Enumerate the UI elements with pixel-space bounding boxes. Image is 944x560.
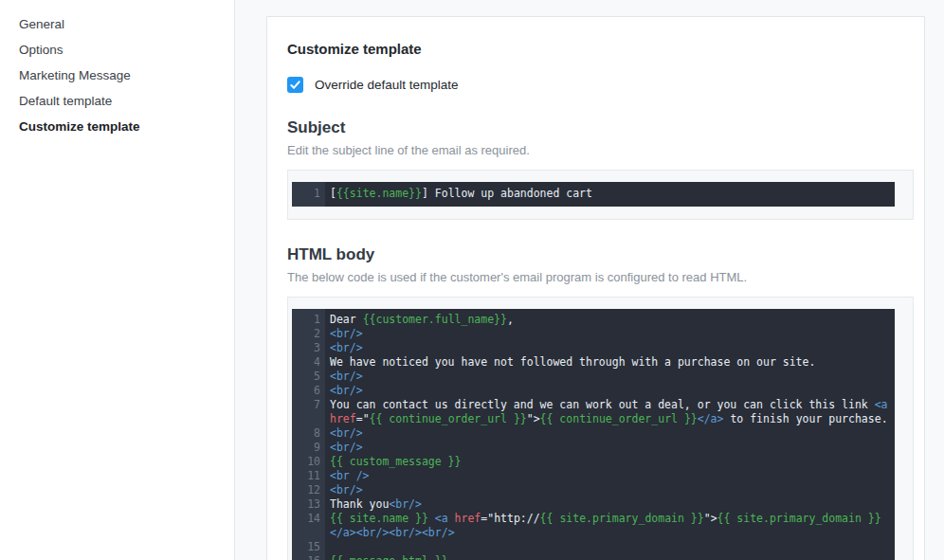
code-text: <br/> <box>325 327 895 341</box>
code-line[interactable]: 15 <box>292 540 895 554</box>
code-line[interactable]: 10{{ custom_message }} <box>292 455 895 469</box>
override-checkbox-label[interactable]: Override default template <box>315 78 459 92</box>
html-body-code-editor[interactable]: 1Dear {{customer.full_name}},2<br/>3<br/… <box>292 309 895 560</box>
code-text: You can contact us directly and we can w… <box>325 398 895 426</box>
subject-code-editor[interactable]: 1[{{site.name}}] Follow up abandoned car… <box>292 182 895 207</box>
line-number: 7 <box>292 398 325 426</box>
line-number: 8 <box>292 426 325 441</box>
code-line[interactable]: 11<br /> <box>292 469 895 483</box>
line-number: 9 <box>292 441 325 455</box>
sidebar-item-general[interactable]: General <box>19 11 234 37</box>
code-line[interactable]: 6<br/> <box>292 384 895 398</box>
sidebar-item-options[interactable]: Options <box>19 37 234 63</box>
page-title: Customize template <box>287 41 912 57</box>
subject-heading: Subject <box>287 118 912 137</box>
code-line[interactable]: 4We have noticed you have not followed t… <box>292 355 895 370</box>
sidebar-nav-list: GeneralOptionsMarketing MessageDefault t… <box>19 11 234 139</box>
line-number: 12 <box>292 483 325 497</box>
subject-editor-widget: 1[{{site.name}}] Follow up abandoned car… <box>287 170 914 220</box>
code-text: Thank you<br/> <box>325 497 895 512</box>
line-number: 1 <box>292 187 325 201</box>
code-text: {{ custom_message }} <box>325 455 895 469</box>
html-body-editor-widget: 1Dear {{customer.full_name}},2<br/>3<br/… <box>287 297 914 560</box>
code-text: We have noticed you have not followed th… <box>325 355 895 370</box>
subject-description: Edit the subject line of the email as re… <box>287 143 912 157</box>
line-number: 14 <box>292 512 325 540</box>
code-text: Dear {{customer.full_name}}, <box>325 313 895 327</box>
code-text: <br/> <box>325 370 895 384</box>
code-line[interactable]: 13Thank you<br/> <box>292 497 895 512</box>
line-number: 16 <box>292 554 325 560</box>
code-text <box>325 540 895 554</box>
line-number: 5 <box>292 370 325 384</box>
code-line[interactable]: 2<br/> <box>292 327 895 341</box>
line-number: 11 <box>292 469 325 483</box>
code-line[interactable]: 1Dear {{customer.full_name}}, <box>292 313 895 327</box>
line-number: 6 <box>292 384 325 398</box>
code-line[interactable]: 7You can contact us directly and we can … <box>292 398 895 426</box>
sidebar-item-customize-template[interactable]: Customize template <box>19 114 234 139</box>
line-number: 3 <box>292 341 325 355</box>
sidebar-item-marketing-message[interactable]: Marketing Message <box>19 63 234 88</box>
code-line[interactable]: 12<br/> <box>292 483 895 497</box>
override-default-template-row: Override default template <box>287 77 912 93</box>
line-number: 15 <box>292 540 325 554</box>
html-body-description: The below code is used if the customer's… <box>287 270 912 284</box>
code-text: [{{site.name}}] Follow up abandoned cart <box>325 187 895 201</box>
code-text: {{ site.name }} <a href="http://{{ site.… <box>325 512 895 540</box>
code-line[interactable]: 14{{ site.name }} <a href="http://{{ sit… <box>292 512 895 540</box>
code-text: <br/> <box>325 341 895 355</box>
html-body-heading: HTML body <box>287 245 912 264</box>
line-number: 1 <box>292 313 325 327</box>
override-checkbox[interactable] <box>287 77 303 93</box>
code-line[interactable]: 3<br/> <box>292 341 895 355</box>
line-number: 2 <box>292 327 325 341</box>
code-text: <br/> <box>325 441 895 455</box>
code-line[interactable]: 9<br/> <box>292 441 895 455</box>
customize-template-card: Customize template Override default temp… <box>266 16 925 560</box>
code-text: <br/> <box>325 384 895 398</box>
code-line[interactable]: 1[{{site.name}}] Follow up abandoned car… <box>292 187 895 201</box>
main-content: Customize template Override default temp… <box>235 0 944 560</box>
checkmark-icon <box>290 80 300 90</box>
line-number: 10 <box>292 455 325 469</box>
code-line[interactable]: 16{{ message_html }} <box>292 554 895 560</box>
sidebar-item-default-template[interactable]: Default template <box>19 88 234 114</box>
code-text: <br/> <box>325 483 895 497</box>
code-text: {{ message_html }} <box>325 554 895 560</box>
code-line[interactable]: 8<br/> <box>292 426 895 441</box>
line-number: 13 <box>292 497 325 512</box>
code-text: <br/> <box>325 426 895 441</box>
settings-sidebar: GeneralOptionsMarketing MessageDefault t… <box>0 0 235 560</box>
code-text: <br /> <box>325 469 895 483</box>
line-number: 4 <box>292 355 325 370</box>
code-line[interactable]: 5<br/> <box>292 370 895 384</box>
